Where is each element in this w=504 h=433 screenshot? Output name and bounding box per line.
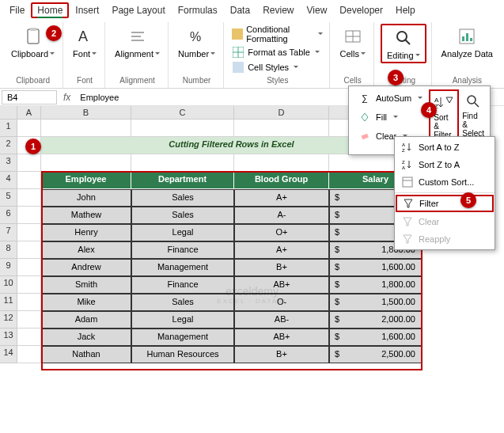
ribbon-tabs: File Home Insert Page Layout Formulas Da…	[0, 0, 504, 19]
sort-za-item[interactable]: ZASort Z to A	[395, 156, 495, 173]
table-cell[interactable]: A+	[234, 241, 329, 259]
header-employee[interactable]: Employee	[41, 172, 131, 189]
svg-rect-7	[232, 28, 243, 40]
table-cell[interactable]: Finance	[131, 241, 234, 259]
alignment-label: Alignment	[115, 49, 160, 59]
tab-page-layout[interactable]: Page Layout	[105, 2, 171, 18]
table-cell[interactable]: Smith	[41, 276, 131, 294]
tab-insert[interactable]: Insert	[69, 2, 105, 18]
autosum-button[interactable]: ∑AutoSum	[352, 89, 429, 107]
sort-az-item[interactable]: AZSort A to Z	[395, 139, 495, 156]
cell-styles-button[interactable]: Cell Styles	[230, 60, 300, 74]
table-cell[interactable]: A+	[234, 189, 329, 207]
row-header[interactable]: 4	[0, 172, 17, 189]
table-cell[interactable]: B+	[234, 259, 329, 276]
editing-button[interactable]: Editing	[384, 25, 423, 62]
custom-sort-icon	[401, 176, 414, 188]
tab-developer[interactable]: Developer	[333, 2, 389, 18]
name-box[interactable]	[2, 90, 57, 104]
row-header[interactable]: 10	[0, 276, 17, 294]
table-cell[interactable]: 2,000.00	[329, 311, 423, 329]
table-cell[interactable]: B+	[234, 346, 329, 363]
table-cell[interactable]: Legal	[131, 311, 234, 329]
row-header[interactable]: 2	[0, 137, 17, 154]
cond-fmt-icon	[232, 28, 243, 40]
table-icon	[232, 46, 244, 59]
table-cell[interactable]: 1,800.00	[329, 276, 423, 294]
table-cell[interactable]: Henry	[41, 224, 131, 241]
number-button[interactable]: % Number	[175, 24, 218, 60]
table-cell[interactable]: Nathan	[41, 346, 131, 363]
row-header[interactable]: 14	[0, 346, 17, 363]
tab-formulas[interactable]: Formulas	[172, 2, 224, 18]
table-cell[interactable]: Alex	[41, 241, 131, 259]
table-cell[interactable]: Adam	[41, 311, 131, 329]
table-cell[interactable]: 1,600.00	[329, 329, 423, 346]
tab-home[interactable]: Home	[31, 2, 69, 18]
table-cell[interactable]: Sales	[131, 294, 234, 311]
conditional-formatting-button[interactable]: Conditional Formatting	[230, 24, 324, 44]
fill-button[interactable]: Fill	[352, 108, 429, 126]
table-cell[interactable]: AB+	[234, 276, 329, 294]
row-header[interactable]: 11	[0, 294, 17, 311]
table-cell[interactable]: A-	[234, 207, 329, 224]
sort-filter-icon: AZ	[434, 93, 454, 113]
table-cell[interactable]: AB-	[234, 311, 329, 329]
header-department[interactable]: Department	[131, 172, 234, 189]
table-cell[interactable]: Legal	[131, 224, 234, 241]
row-header[interactable]: 3	[0, 154, 17, 172]
row-header[interactable]: 6	[0, 207, 17, 224]
row-header[interactable]: 9	[0, 259, 17, 276]
table-cell[interactable]: Sales	[131, 207, 234, 224]
table-cell[interactable]: Human Resources	[131, 346, 234, 363]
clipboard-label: Clipboard	[11, 49, 55, 59]
table-cell[interactable]: Andrew	[41, 259, 131, 276]
table-cell[interactable]: O-	[234, 294, 329, 311]
col-header-d[interactable]: D	[234, 106, 329, 120]
group-font: A Font Font	[65, 22, 105, 88]
header-blood-group[interactable]: Blood Group	[234, 172, 329, 189]
percent-icon: %	[186, 25, 208, 47]
row-header[interactable]: 7	[0, 224, 17, 241]
row-header[interactable]: 1	[0, 120, 17, 137]
row-header[interactable]: 13	[0, 329, 17, 346]
analyze-data-button[interactable]: Analyze Data	[438, 24, 496, 60]
callout-5: 5	[460, 192, 476, 208]
table-cell[interactable]: Finance	[131, 276, 234, 294]
tab-view[interactable]: View	[301, 2, 334, 18]
table-cell[interactable]: Sales	[131, 189, 234, 207]
tab-review[interactable]: Review	[256, 2, 300, 18]
col-header-a[interactable]: A	[17, 106, 41, 120]
col-header-c[interactable]: C	[131, 106, 234, 120]
table-cell[interactable]: Mathew	[41, 207, 131, 224]
table-cell[interactable]: 1,500.00	[329, 294, 423, 311]
find-icon	[463, 91, 483, 112]
font-button[interactable]: A Font	[70, 24, 100, 60]
tab-data[interactable]: Data	[224, 2, 256, 18]
table-cell[interactable]: AB+	[234, 329, 329, 346]
tab-help[interactable]: Help	[389, 2, 422, 18]
table-cell[interactable]: Management	[131, 329, 234, 346]
fx-label[interactable]: fx	[59, 92, 75, 103]
col-header-b[interactable]: B	[41, 106, 131, 120]
row-header[interactable]: 12	[0, 311, 17, 329]
table-cell[interactable]: O+	[234, 224, 329, 241]
tab-file[interactable]: File	[3, 2, 31, 18]
table-cell[interactable]: Mike	[41, 294, 131, 311]
cells-button[interactable]: Cells	[336, 24, 368, 60]
alignment-button[interactable]: Alignment	[112, 24, 163, 60]
table-cell[interactable]: Jack	[41, 329, 131, 346]
custom-sort-item[interactable]: Custom Sort...	[395, 173, 495, 191]
svg-text:%: %	[190, 30, 201, 44]
select-all-corner[interactable]	[0, 106, 17, 120]
row-header[interactable]: 5	[0, 189, 17, 207]
format-as-table-button[interactable]: Format as Table	[230, 45, 321, 59]
row-header[interactable]: 8	[0, 241, 17, 259]
filter-item[interactable]: Filter	[396, 195, 494, 212]
table-cell[interactable]: Management	[131, 259, 234, 276]
table-cell[interactable]: John	[41, 189, 131, 207]
callout-4: 4	[421, 102, 437, 118]
group-label-alignment: Alignment	[119, 74, 154, 86]
table-cell[interactable]: 1,600.00	[329, 259, 423, 276]
table-cell[interactable]: 2,500.00	[329, 346, 423, 363]
